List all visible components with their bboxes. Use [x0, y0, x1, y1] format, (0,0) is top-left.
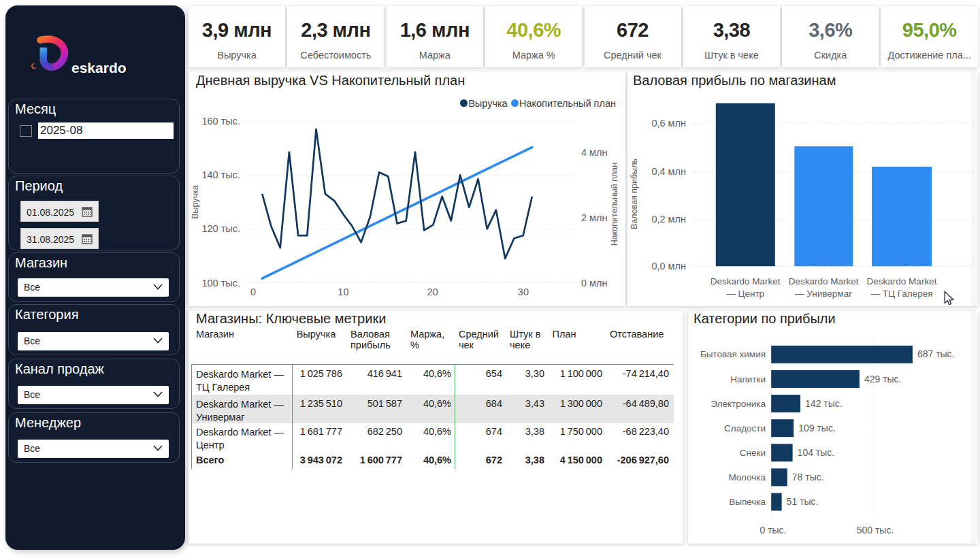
svg-text:Снеки: Снеки	[740, 448, 766, 458]
svg-text:Выручка: Выручка	[191, 185, 200, 219]
svg-text:Выпечка: Выпечка	[729, 497, 766, 507]
svg-text:104 тыс.: 104 тыс.	[798, 447, 835, 458]
svg-text:109 тыс.: 109 тыс.	[798, 423, 836, 433]
svg-text:— ТЦ Галерея: — ТЦ Галерея	[870, 289, 932, 299]
svg-text:Электроника: Электроника	[710, 399, 766, 409]
svg-text:142 тыс.: 142 тыс.	[805, 398, 843, 409]
svg-text:0,2 млн: 0,2 млн	[651, 214, 686, 225]
svg-text:4 млн: 4 млн	[581, 147, 608, 158]
svg-text:160 тыс.: 160 тыс.	[201, 116, 240, 127]
svg-text:0,4 млн: 0,4 млн	[651, 166, 686, 177]
svg-text:0,0 млн: 0,0 млн	[651, 261, 686, 272]
svg-text:0: 0	[250, 286, 256, 297]
svg-text:Молочка: Молочка	[728, 472, 766, 482]
svg-text:10: 10	[338, 286, 348, 297]
svg-text:51 тыс.: 51 тыс.	[787, 496, 819, 507]
svg-text:429 тыс.: 429 тыс.	[864, 374, 902, 384]
svg-text:Deskardo Market: Deskardo Market	[789, 276, 859, 286]
svg-text:2 млн: 2 млн	[581, 212, 608, 223]
svg-text:Deskardo Market: Deskardo Market	[867, 276, 937, 286]
svg-text:— Универмаг: — Универмаг	[795, 289, 852, 299]
svg-text:— Центр: — Центр	[726, 289, 764, 299]
svg-text:0,6 млн: 0,6 млн	[651, 118, 686, 129]
svg-text:20: 20	[427, 286, 438, 297]
svg-text:30: 30	[518, 286, 529, 297]
svg-text:Бытовая химия: Бытовая химия	[700, 349, 766, 359]
svg-text:Напитки: Напитки	[730, 374, 766, 384]
svg-text:Валовая прибыль: Валовая прибыль	[630, 159, 639, 229]
svg-text:Deskardo Market: Deskardo Market	[710, 276, 781, 286]
svg-text:Сладости: Сладости	[724, 423, 766, 433]
svg-text:100 тыс.: 100 тыс.	[201, 278, 240, 289]
svg-text:0 млн: 0 млн	[581, 278, 608, 289]
svg-text:687 тыс.: 687 тыс.	[917, 348, 955, 359]
svg-text:Накопительный план: Накопительный план	[610, 163, 619, 246]
svg-text:78 тыс.: 78 тыс.	[792, 472, 824, 482]
svg-text:140 тыс.: 140 тыс.	[201, 169, 240, 180]
svg-text:0 тыс.: 0 тыс.	[760, 525, 786, 536]
svg-text:500 тыс.: 500 тыс.	[857, 525, 894, 536]
svg-text:120 тыс.: 120 тыс.	[201, 223, 240, 234]
